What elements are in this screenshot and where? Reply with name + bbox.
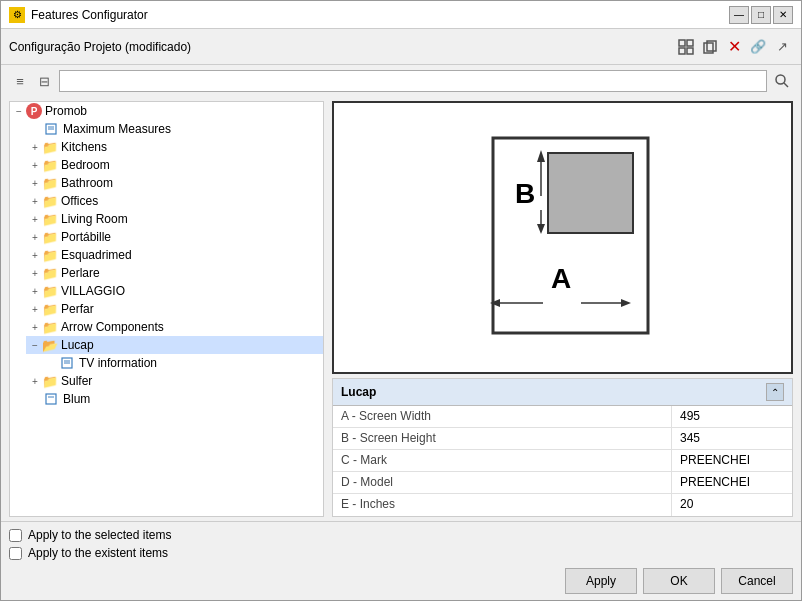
tree-item-villaggio[interactable]: + 📁 VILLAGGIO <box>26 282 323 300</box>
living-room-label: Living Room <box>61 212 128 226</box>
portabille-icon: 📁 <box>42 229 58 245</box>
bedroom-icon: 📁 <box>42 157 58 173</box>
tree-item-arrow-components[interactable]: + 📁 Arrow Components <box>26 318 323 336</box>
property-row-4: E - Inches 20 <box>333 494 792 516</box>
properties-collapse-button[interactable]: ⌃ <box>766 383 784 401</box>
promob-label: Promob <box>45 104 87 118</box>
perfar-toggle[interactable]: + <box>28 302 42 316</box>
villaggio-label: VILLAGGIO <box>61 284 125 298</box>
tree-item-portabille[interactable]: + 📁 Portábille <box>26 228 323 246</box>
offices-toggle[interactable]: + <box>28 194 42 208</box>
villaggio-icon: 📁 <box>42 283 58 299</box>
property-row-2: C - Mark PREENCHEI <box>333 450 792 472</box>
perlare-toggle[interactable]: + <box>28 266 42 280</box>
property-label-4: E - Inches <box>333 494 672 516</box>
app-icon: ⚙ <box>9 7 25 23</box>
checkbox-row-2: Apply to the existent items <box>9 546 793 560</box>
tree-item-kitchens[interactable]: + 📁 Kitchens <box>26 138 323 156</box>
property-row-0: A - Screen Width 495 <box>333 406 792 428</box>
perfar-label: Perfar <box>61 302 94 316</box>
search-row: ≡ ⊟ <box>1 65 801 97</box>
tree-item-promob[interactable]: − P Promob <box>10 102 323 120</box>
properties-panel: Lucap ⌃ A - Screen Width 495 B - Screen … <box>332 378 793 517</box>
toolbar-grid-icon[interactable] <box>675 36 697 58</box>
toolbar-export-icon[interactable]: ↗ <box>771 36 793 58</box>
toolbar-copy-icon[interactable] <box>699 36 721 58</box>
tree-item-bathroom[interactable]: + 📁 Bathroom <box>26 174 323 192</box>
blum-icon <box>44 391 60 407</box>
right-panel: B A <box>328 97 801 521</box>
bathroom-toggle[interactable]: + <box>28 176 42 190</box>
properties-section-title: Lucap <box>341 385 376 399</box>
toolbar-delete-icon[interactable]: ✕ <box>723 36 745 58</box>
property-row-3: D - Model PREENCHEI <box>333 472 792 494</box>
tv-information-icon <box>60 355 76 371</box>
toolbar: Configuração Projeto (modificado) ✕ 🔗 ↗ <box>1 29 801 65</box>
bathroom-icon: 📁 <box>42 175 58 191</box>
minimize-button[interactable]: — <box>729 6 749 24</box>
collapse-all-icon[interactable]: ⊟ <box>33 70 55 92</box>
sulfer-toggle[interactable]: + <box>28 374 42 388</box>
maximum-measures-label: Maximum Measures <box>63 122 171 136</box>
lucap-toggle[interactable]: − <box>28 338 42 352</box>
tree-item-sulfer[interactable]: + 📁 Sulfer <box>26 372 323 390</box>
arrow-components-icon: 📁 <box>42 319 58 335</box>
property-row-1: B - Screen Height 345 <box>333 428 792 450</box>
left-tree-panel: − P Promob Maximum Measures <box>9 101 324 517</box>
apply-existent-checkbox[interactable] <box>9 547 22 560</box>
bedroom-label: Bedroom <box>61 158 110 172</box>
tree-item-living-room[interactable]: + 📁 Living Room <box>26 210 323 228</box>
tree-item-blum[interactable]: Blum <box>26 390 323 408</box>
lucap-label: Lucap <box>61 338 94 352</box>
portabille-toggle[interactable]: + <box>28 230 42 244</box>
tree-item-perfar[interactable]: + 📁 Perfar <box>26 300 323 318</box>
toolbar-icons: ✕ 🔗 ↗ <box>675 36 793 58</box>
sulfer-icon: 📁 <box>42 373 58 389</box>
tree-item-offices[interactable]: + 📁 Offices <box>26 192 323 210</box>
bedroom-toggle[interactable]: + <box>28 158 42 172</box>
villaggio-toggle[interactable]: + <box>28 284 42 298</box>
arrow-components-toggle[interactable]: + <box>28 320 42 334</box>
ok-button[interactable]: OK <box>643 568 715 594</box>
tree-item-bedroom[interactable]: + 📁 Bedroom <box>26 156 323 174</box>
svg-rect-0 <box>679 40 685 46</box>
kitchens-toggle[interactable]: + <box>28 140 42 154</box>
kitchens-label: Kitchens <box>61 140 107 154</box>
tv-information-label: TV information <box>79 356 157 370</box>
property-value-3: PREENCHEI <box>672 472 792 493</box>
esquadrimed-toggle[interactable]: + <box>28 248 42 262</box>
sulfer-label: Sulfer <box>61 374 92 388</box>
arrow-components-label: Arrow Components <box>61 320 164 334</box>
tree-item-lucap[interactable]: − 📂 Lucap <box>26 336 323 354</box>
close-button[interactable]: ✕ <box>773 6 793 24</box>
svg-point-6 <box>776 75 785 84</box>
apply-selected-checkbox[interactable] <box>9 529 22 542</box>
promob-toggle[interactable]: − <box>12 104 26 118</box>
diagram-area: B A <box>332 101 793 374</box>
properties-header: Lucap ⌃ <box>333 379 792 406</box>
find-icon[interactable] <box>771 70 793 92</box>
title-bar-left: ⚙ Features Configurator <box>9 7 148 23</box>
tv-diagram: B A <box>463 128 663 348</box>
apply-button[interactable]: Apply <box>565 568 637 594</box>
list-view-icon[interactable]: ≡ <box>9 70 31 92</box>
living-room-toggle[interactable]: + <box>28 212 42 226</box>
maximum-measures-icon <box>44 121 60 137</box>
perlare-label: Perlare <box>61 266 100 280</box>
portabille-label: Portábille <box>61 230 111 244</box>
bathroom-label: Bathroom <box>61 176 113 190</box>
tree-item-perlare[interactable]: + 📁 Perlare <box>26 264 323 282</box>
tree-item-maximum-measures[interactable]: Maximum Measures <box>26 120 323 138</box>
main-window: ⚙ Features Configurator — □ ✕ Configuraç… <box>0 0 802 601</box>
window-title: Features Configurator <box>31 8 148 22</box>
tree-item-tv-information[interactable]: TV information <box>42 354 323 372</box>
footer: Apply to the selected items Apply to the… <box>1 521 801 600</box>
maximize-button[interactable]: □ <box>751 6 771 24</box>
cancel-button[interactable]: Cancel <box>721 568 793 594</box>
search-input[interactable] <box>59 70 767 92</box>
property-value-2: PREENCHEI <box>672 450 792 471</box>
toolbar-link-icon[interactable]: 🔗 <box>747 36 769 58</box>
tree-item-esquadrimed[interactable]: + 📁 Esquadrimed <box>26 246 323 264</box>
perlare-icon: 📁 <box>42 265 58 281</box>
property-label-2: C - Mark <box>333 450 672 471</box>
